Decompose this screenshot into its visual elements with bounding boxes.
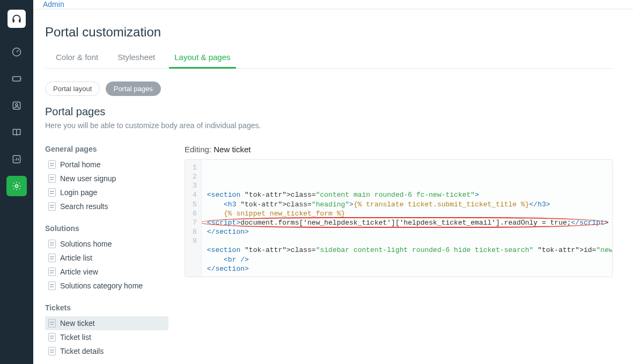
tab-strip: Color & font Stylesheet Layout & pages: [45, 49, 613, 69]
sub-tab-row: Portal layout Portal pages: [45, 81, 613, 96]
svg-rect-3: [13, 77, 21, 81]
editing-label: Editing:: [185, 145, 211, 154]
nav-item-label: Search results: [60, 202, 108, 211]
nav-item-solutions-home[interactable]: Solutions home: [45, 237, 168, 251]
section-heading: Portal pages: [45, 106, 613, 118]
tab-layout-pages[interactable]: Layout & pages: [174, 49, 230, 68]
tab-stylesheet[interactable]: Stylesheet: [117, 49, 155, 68]
doc-icon: [48, 347, 56, 355]
doc-icon: [48, 319, 56, 328]
main-area: Admin Portal customization Color & font …: [33, 0, 633, 364]
doc-icon: [48, 240, 56, 248]
pill-portal-layout[interactable]: Portal layout: [45, 81, 100, 96]
pill-portal-pages[interactable]: Portal pages: [106, 81, 161, 96]
section-description: Here you will be able to customize body …: [45, 121, 613, 130]
nav-item-label: New user signup: [60, 174, 116, 183]
topbar: Admin: [33, 0, 633, 9]
contacts-icon[interactable]: [6, 95, 27, 116]
nav-item-label: Login page: [60, 188, 97, 197]
doc-icon: [48, 281, 56, 290]
nav-item-new-user-signup[interactable]: New user signup: [45, 172, 168, 185]
breadcrumb-admin[interactable]: Admin: [43, 0, 64, 9]
code-content[interactable]: <section "tok-attr">class="content main …: [202, 160, 612, 277]
code-gutter: 123456789: [185, 160, 202, 277]
nav-item-ticket-list[interactable]: Ticket list: [45, 330, 168, 344]
nav-item-new-ticket[interactable]: New ticket: [45, 316, 168, 330]
page-title: Portal customization: [45, 25, 613, 40]
doc-icon: [48, 160, 56, 169]
nav-group-solutions: Solutions: [45, 224, 168, 233]
code-editor[interactable]: 123456789 <section "tok-attr">class="con…: [185, 159, 613, 277]
nav-item-ticket-details[interactable]: Ticket details: [45, 344, 168, 358]
nav-item-label: Solutions category home: [60, 281, 143, 290]
editor-area: Editing: New ticket 123456789 <section "…: [185, 145, 613, 277]
reports-icon[interactable]: [6, 149, 27, 169]
doc-icon: [48, 268, 56, 276]
doc-icon: [48, 254, 56, 262]
nav-item-label: New ticket: [60, 319, 95, 328]
editing-target: New ticket: [214, 145, 251, 154]
nav-item-label: Ticket details: [60, 347, 104, 355]
nav-item-label: Portal home: [60, 160, 100, 169]
nav-item-portal-home[interactable]: Portal home: [45, 158, 168, 172]
svg-point-7: [16, 185, 18, 188]
nav-group-general: General pages: [45, 145, 168, 153]
doc-icon: [48, 333, 56, 341]
nav-item-login-page[interactable]: Login page: [45, 185, 168, 199]
nav-item-label: Solutions home: [60, 240, 112, 248]
tab-color-font[interactable]: Color & font: [56, 49, 98, 68]
doc-icon: [48, 188, 56, 197]
editing-indicator: Editing: New ticket: [185, 145, 613, 154]
nav-item-article-view[interactable]: Article view: [45, 265, 168, 279]
settings-icon[interactable]: [6, 176, 27, 196]
doc-icon: [48, 174, 56, 183]
svg-point-5: [16, 103, 18, 106]
nav-item-label: Article list: [60, 254, 92, 262]
nav-item-label: Article view: [60, 268, 98, 276]
page-nav: General pages Portal home New user signu…: [45, 145, 168, 358]
nav-item-search-results[interactable]: Search results: [45, 199, 168, 213]
left-nav-rail: [0, 0, 33, 364]
svg-rect-0: [13, 19, 14, 23]
nav-item-article-list[interactable]: Article list: [45, 251, 168, 265]
nav-item-solutions-category-home[interactable]: Solutions category home: [45, 279, 168, 293]
nav-item-label: Ticket list: [60, 333, 91, 341]
knowledge-icon[interactable]: [6, 122, 27, 143]
svg-rect-1: [19, 19, 20, 23]
dashboard-icon[interactable]: [6, 42, 27, 62]
app-logo[interactable]: [8, 10, 26, 28]
doc-icon: [48, 202, 56, 211]
tickets-icon[interactable]: [6, 69, 27, 89]
nav-group-tickets: Tickets: [45, 303, 168, 312]
